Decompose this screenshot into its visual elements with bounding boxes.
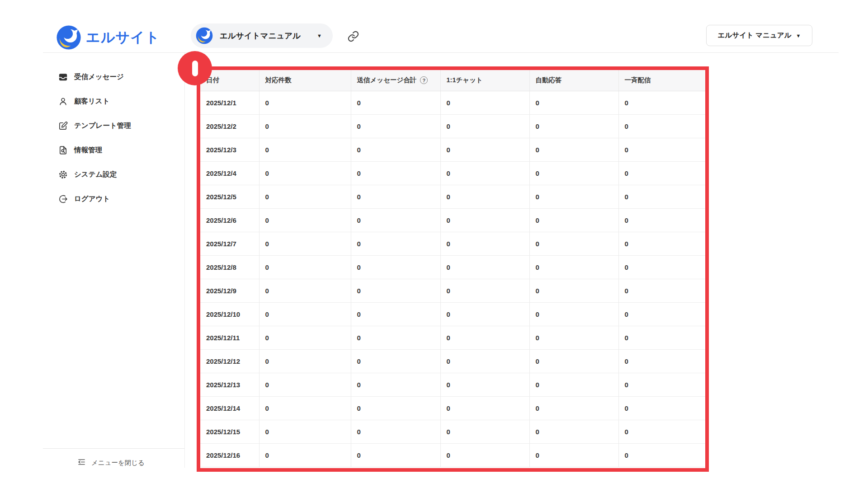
date-cell: 2025/12/5 [200,185,259,208]
account-menu-button[interactable]: エルサイト マニュアル ▼ [706,25,812,46]
value-cell: 0 [259,373,351,396]
value-cell: 0 [351,114,440,138]
value-cell: 0 [259,420,351,443]
sidebar-item-label: 顧客リスト [74,97,110,106]
column-header: 一斉配信 [618,70,705,91]
value-cell: 0 [618,326,705,349]
date-cell: 2025/12/7 [200,232,259,255]
value-cell: 0 [618,161,705,185]
column-header: 1:1チャット [440,70,529,91]
table-row: 2025/12/1300000 [200,373,705,396]
value-cell: 0 [618,396,705,420]
value-cell: 0 [351,138,440,161]
value-cell: 0 [440,138,529,161]
help-icon[interactable]: ? [420,76,428,84]
value-cell: 0 [618,373,705,396]
value-cell: 0 [529,161,618,185]
value-cell: 0 [351,302,440,326]
table-row: 2025/12/800000 [200,255,705,279]
document-search-icon [58,145,68,155]
value-cell: 0 [529,420,618,443]
chain-link-icon [347,30,359,44]
value-cell: 0 [440,443,529,467]
sidebar-item-template-management[interactable]: テンプレート管理 [58,113,180,138]
value-cell: 0 [440,302,529,326]
sidebar-item-system-settings[interactable]: システム設定 [58,162,180,187]
value-cell: 0 [529,443,618,467]
value-cell: 0 [529,349,618,373]
value-cell: 0 [529,114,618,138]
value-cell: 0 [440,232,529,255]
sidebar-item-received-messages[interactable]: 受信メッセージ [58,65,180,89]
date-cell: 2025/12/11 [200,326,259,349]
value-cell: 0 [351,373,440,396]
sidebar-item-label: テンプレート管理 [74,121,131,131]
value-cell: 0 [259,396,351,420]
table-row: 2025/12/400000 [200,161,705,185]
table-row: 2025/12/500000 [200,185,705,208]
header-divider [43,52,839,53]
workspace-selector-dropdown[interactable]: エルサイトマニュアル ▼ [191,23,333,48]
value-cell: 0 [259,114,351,138]
value-cell: 0 [618,91,705,114]
date-cell: 2025/12/1 [200,91,259,114]
table-row: 2025/12/1200000 [200,349,705,373]
value-cell: 0 [351,443,440,467]
collapse-menu-label: メニューを閉じる [91,459,145,467]
date-cell: 2025/12/6 [200,208,259,232]
sidebar-item-logout[interactable]: ログアウト [58,187,180,211]
value-cell: 0 [259,208,351,232]
column-header-label: 対応件数 [265,76,292,84]
column-header-label: 自動応答 [536,76,562,84]
link-icon[interactable] [346,30,360,44]
value-cell: 0 [259,232,351,255]
table-row: 2025/12/900000 [200,279,705,302]
value-cell: 0 [259,255,351,279]
sidebar-footer-divider [43,448,184,449]
column-header-label: 一斉配信 [625,76,651,84]
value-cell: 0 [618,232,705,255]
value-cell: 0 [618,138,705,161]
date-cell: 2025/12/3 [200,138,259,161]
value-cell: 0 [440,326,529,349]
value-cell: 0 [351,420,440,443]
annotation-badge [178,51,212,85]
value-cell: 0 [529,326,618,349]
sidebar-item-customer-list[interactable]: 顧客リスト [58,89,180,113]
date-cell: 2025/12/16 [200,443,259,467]
value-cell: 0 [351,161,440,185]
collapse-sidebar-icon [77,457,86,468]
value-cell: 0 [259,302,351,326]
value-cell: 0 [259,443,351,467]
sidebar-item-label: ログアウト [74,194,110,204]
table-row: 2025/12/700000 [200,232,705,255]
sidebar-item-information-management[interactable]: 情報管理 [58,138,180,162]
value-cell: 0 [529,138,618,161]
value-cell: 0 [529,91,618,114]
app-logo[interactable]: エルサイト [56,24,160,51]
value-cell: 0 [259,161,351,185]
value-cell: 0 [351,279,440,302]
value-cell: 0 [440,396,529,420]
column-header-label: 送信メッセージ合計 [357,76,417,84]
value-cell: 0 [618,279,705,302]
column-header: 送信メッセージ合計? [351,70,440,91]
value-cell: 0 [440,420,529,443]
value-cell: 0 [529,373,618,396]
value-cell: 0 [259,91,351,114]
value-cell: 0 [440,349,529,373]
value-cell: 0 [440,185,529,208]
value-cell: 0 [351,255,440,279]
value-cell: 0 [618,302,705,326]
table-row: 2025/12/1500000 [200,420,705,443]
value-cell: 0 [529,208,618,232]
table-row: 2025/12/600000 [200,208,705,232]
inbox-icon [58,72,68,82]
page: エルサイト エルサイトマニュアル ▼ エルサイト マニュアル ▼ 受信メッセージ… [0,0,868,488]
column-header: 自動応答 [529,70,618,91]
marker-bar-icon [192,61,198,76]
collapse-menu-button[interactable]: メニューを閉じる [77,457,145,468]
value-cell: 0 [618,420,705,443]
annotation-rectangle: 日付対応件数送信メッセージ合計?1:1チャット自動応答一斉配信 2025/12/… [197,66,709,472]
value-cell: 0 [618,255,705,279]
